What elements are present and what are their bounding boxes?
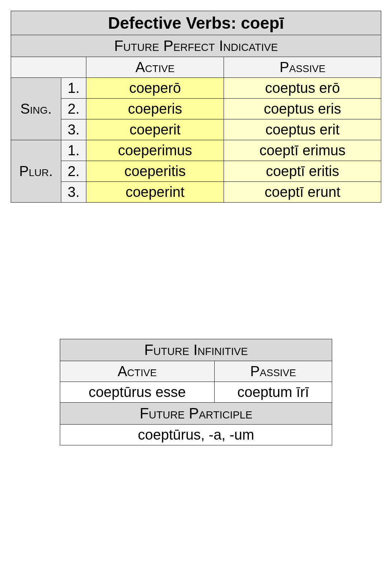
plur-2-passive: coeptī eritis (224, 161, 381, 182)
sing-header: Sing. (11, 78, 61, 140)
person-3: 3. (61, 119, 86, 140)
sing-3-passive: coeptus erit (224, 119, 381, 140)
sing-1-active: coeperō (86, 78, 224, 99)
plur-3-active: coeperint (86, 182, 224, 203)
plur-2-active: coeperitis (86, 161, 224, 182)
participle-value: coeptūrus, -a, -um (60, 425, 332, 445)
plur-1-passive: coeptī erimus (224, 140, 381, 161)
inf-passive-value: coeptum īrī (214, 382, 332, 403)
active-header: Active (86, 57, 224, 78)
plur-3-passive: coeptī erunt (224, 182, 381, 203)
participle-title: Future Participle (60, 403, 332, 425)
tense-header: Future Perfect Indicative (11, 35, 381, 57)
sing-2-passive: coeptus eris (224, 99, 381, 119)
empty-corner (11, 57, 86, 78)
inf-active-value: coeptūrus esse (60, 382, 215, 403)
infinitive-table: Future Infinitive Active Passive coeptūr… (60, 339, 332, 445)
inf-passive-header: Passive (214, 361, 332, 382)
sing-1-passive: coeptus erō (224, 78, 381, 99)
inf-active-header: Active (60, 361, 215, 382)
sing-2-active: coeperis (86, 99, 224, 119)
person-1: 1. (61, 78, 86, 99)
table-title: Defective Verbs: coepī (11, 11, 381, 35)
person-1: 1. (61, 140, 86, 161)
sing-3-active: coeperit (86, 119, 224, 140)
conjugation-table: Defective Verbs: coepī Future Perfect In… (11, 11, 381, 203)
passive-header: Passive (224, 57, 381, 78)
person-3: 3. (61, 182, 86, 203)
infinitive-title: Future Infinitive (60, 339, 332, 361)
person-2: 2. (61, 99, 86, 119)
person-2: 2. (61, 161, 86, 182)
plur-header: Plur. (11, 140, 61, 203)
plur-1-active: coeperimus (86, 140, 224, 161)
